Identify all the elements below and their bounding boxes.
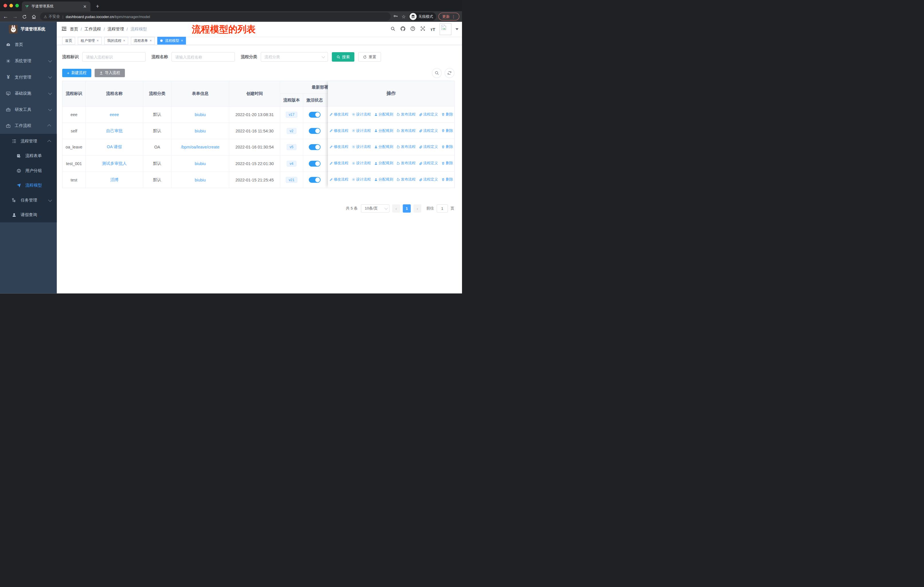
form-info-link[interactable]: biubiu: [195, 161, 206, 166]
form-info-link[interactable]: biubiu: [195, 112, 206, 117]
tag-tenant[interactable]: 租户管理×: [78, 37, 102, 45]
tab-close-icon[interactable]: ✕: [82, 4, 87, 8]
forward-button[interactable]: →: [11, 13, 19, 20]
search-button[interactable]: 搜索: [332, 52, 354, 62]
fullscreen-icon[interactable]: [420, 26, 426, 33]
bookmark-star-icon[interactable]: ☆: [401, 14, 407, 20]
activation-toggle[interactable]: [309, 177, 320, 183]
sidebar-item-payment[interactable]: ¥ 支付管理: [0, 69, 57, 85]
reload-button[interactable]: [21, 14, 28, 19]
activation-toggle[interactable]: [309, 144, 320, 150]
import-process-button[interactable]: 导入流程: [94, 68, 125, 77]
tag-process-form[interactable]: 流程表单×: [131, 37, 155, 45]
sidebar-item-devtools[interactable]: 研发工具: [0, 101, 57, 118]
sidebar-item-system[interactable]: 系统管理: [0, 53, 57, 69]
back-button[interactable]: ←: [2, 13, 10, 20]
form-info-link[interactable]: /bpm/oa/leave/create: [181, 145, 220, 150]
avatar[interactable]: [440, 23, 451, 35]
publish-process-link[interactable]: 发布流程: [396, 128, 416, 133]
sidebar-item-process-model[interactable]: 流程模型: [0, 178, 57, 193]
tag-home[interactable]: 首页: [62, 37, 75, 45]
process-category-select[interactable]: 流程分类: [261, 52, 328, 62]
font-size-icon[interactable]: тT: [430, 26, 436, 31]
breadcrumb-workflow[interactable]: 工作流程: [84, 26, 101, 32]
form-info-link[interactable]: biubiu: [195, 177, 206, 182]
sidebar-item-process-management[interactable]: 流程管理: [0, 134, 57, 149]
avatar-caret-icon[interactable]: [455, 28, 458, 30]
activation-toggle[interactable]: [309, 160, 320, 167]
delete-link[interactable]: 删除: [441, 177, 453, 182]
design-process-link[interactable]: 设计流程: [352, 112, 371, 117]
sidebar-toggle-button[interactable]: [57, 26, 68, 33]
breadcrumb-process-management[interactable]: 流程管理: [107, 26, 124, 32]
close-icon[interactable]: ×: [97, 39, 99, 43]
edit-process-link[interactable]: 修改流程: [329, 112, 348, 117]
browser-menu-icon[interactable]: ⋮: [451, 14, 455, 19]
sidebar-item-user-group[interactable]: 用户分组: [0, 164, 57, 178]
new-tab-button[interactable]: +: [94, 3, 101, 10]
next-page-button[interactable]: ›: [413, 204, 421, 213]
process-definition-link[interactable]: 流程定义: [419, 161, 438, 166]
design-process-link[interactable]: 设计流程: [352, 144, 371, 149]
assign-rule-link[interactable]: 分配规则: [374, 128, 393, 133]
help-icon[interactable]: [409, 26, 416, 33]
sidebar-item-process-form[interactable]: 流程表单: [0, 149, 57, 163]
edit-process-link[interactable]: 修改流程: [329, 177, 348, 182]
publish-process-link[interactable]: 发布流程: [396, 177, 416, 182]
delete-link[interactable]: 删除: [441, 128, 453, 133]
assign-rule-link[interactable]: 分配规则: [374, 161, 393, 166]
page-size-select[interactable]: 10条/页: [361, 204, 389, 213]
delete-link[interactable]: 删除: [441, 161, 453, 166]
refresh-button[interactable]: [444, 68, 454, 78]
assign-rule-link[interactable]: 分配规则: [374, 177, 393, 182]
github-icon[interactable]: [399, 26, 406, 33]
activation-toggle[interactable]: [309, 112, 320, 118]
design-process-link[interactable]: 设计流程: [352, 177, 371, 182]
prev-page-button[interactable]: ‹: [392, 204, 400, 213]
delete-link[interactable]: 删除: [441, 144, 453, 149]
zoom-window-icon[interactable]: [15, 4, 19, 7]
edit-process-link[interactable]: 修改流程: [329, 161, 348, 166]
minimize-window-icon[interactable]: [10, 4, 13, 7]
design-process-link[interactable]: 设计流程: [352, 161, 371, 166]
form-info-link[interactable]: biubiu: [195, 129, 206, 133]
tag-my-process[interactable]: 我的流程×: [104, 37, 128, 45]
sidebar-item-home[interactable]: 首页: [0, 37, 57, 53]
assign-rule-link[interactable]: 分配规则: [374, 144, 393, 149]
sidebar-item-infrastructure[interactable]: 基础设施: [0, 85, 57, 101]
process-definition-link[interactable]: 流程定义: [419, 144, 438, 149]
brand[interactable]: 芋道管理系统: [0, 22, 57, 36]
process-name-link[interactable]: 测试多审批人: [102, 161, 127, 166]
browser-update-button[interactable]: 更新 ⋮: [439, 13, 459, 20]
process-definition-link[interactable]: 流程定义: [419, 112, 438, 117]
process-definition-link[interactable]: 流程定义: [419, 128, 438, 133]
reset-button[interactable]: 重置: [358, 52, 381, 62]
publish-process-link[interactable]: 发布流程: [396, 161, 416, 166]
sidebar-item-leave-query[interactable]: 请假查询: [0, 208, 57, 222]
breadcrumb-home[interactable]: 首页: [70, 26, 78, 32]
edit-process-link[interactable]: 修改流程: [329, 144, 348, 149]
activation-toggle[interactable]: [309, 128, 320, 134]
browser-tab[interactable]: 芋道管理系统 ✕: [22, 2, 91, 11]
current-page-button[interactable]: 1: [403, 204, 411, 213]
close-window-icon[interactable]: [3, 4, 7, 7]
delete-link[interactable]: 删除: [441, 112, 453, 117]
process-name-input[interactable]: [172, 52, 235, 62]
goto-page-input[interactable]: [437, 204, 448, 213]
close-icon[interactable]: ×: [150, 39, 152, 43]
home-button[interactable]: [30, 14, 38, 19]
tag-process-model[interactable]: 流程模型×: [157, 37, 186, 45]
edit-process-link[interactable]: 修改流程: [329, 128, 348, 133]
create-process-button[interactable]: + 新建流程: [62, 68, 91, 77]
password-key-icon[interactable]: [393, 13, 398, 20]
assign-rule-link[interactable]: 分配规则: [374, 112, 393, 117]
close-icon[interactable]: ×: [181, 39, 183, 43]
window-controls[interactable]: [3, 4, 19, 7]
process-definition-link[interactable]: 流程定义: [419, 177, 438, 182]
search-icon[interactable]: [389, 26, 396, 32]
sidebar-item-workflow[interactable]: 工作流程: [0, 117, 57, 134]
process-name-link[interactable]: OA 请假: [107, 145, 122, 150]
sidebar-item-task-management[interactable]: 任务管理: [0, 193, 57, 208]
close-icon[interactable]: ×: [123, 39, 125, 43]
publish-process-link[interactable]: 发布流程: [396, 144, 416, 149]
